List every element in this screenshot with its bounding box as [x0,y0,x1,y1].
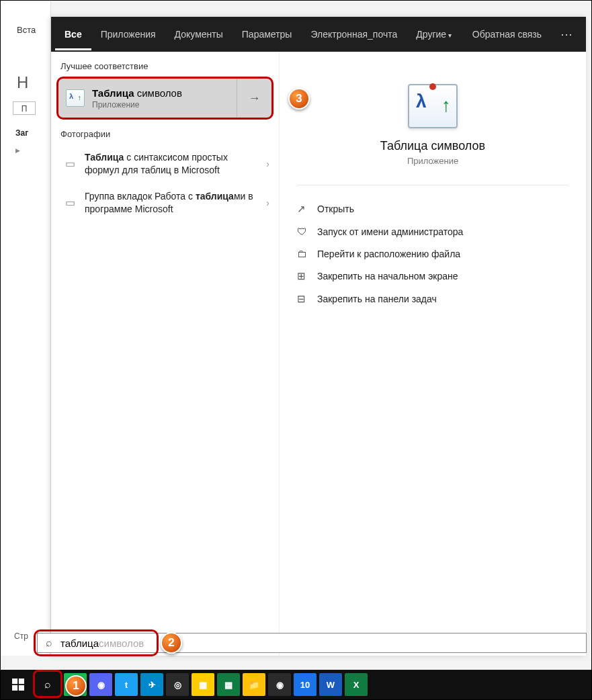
tab-email[interactable]: Электронная_почта [301,18,407,50]
bg-triangle: ▶ [15,147,20,154]
tab-more-dropdown[interactable]: Другие [407,18,461,50]
result-text: Таблица с синтаксисом простых формул для… [85,151,261,177]
tab-all[interactable]: Все [55,18,91,50]
bg-label: Вста [17,25,36,35]
pin-start-icon: ⊞ [297,270,317,282]
result-item[interactable]: ▭ Группа вкладок Работа с таблицами в пр… [51,183,279,222]
action-pin-taskbar[interactable]: ⊟Закрепить на панели задач [297,288,568,310]
tab-documents[interactable]: Документы [165,18,232,50]
tabs-overflow-button[interactable]: ⋯ [551,27,582,42]
taskbar-search-button[interactable]: ⌕ [33,670,62,699]
start-button[interactable] [3,670,33,699]
open-icon: ↗ [297,203,317,215]
windows-search-panel: Все Приложения Документы Параметры Элект… [51,17,586,656]
svg-rect-1 [19,679,24,684]
search-filter-tabs: Все Приложения Документы Параметры Элект… [51,17,586,52]
charmap-icon [66,89,85,107]
taskbar-app[interactable]: 10 [294,673,316,696]
admin-icon: 🛡 [297,226,317,237]
taskbar: ⌕ ●◉t✈◎▦▦📁◉10WX [1,670,591,699]
preview-actions: ↗Открыть 🛡Запуск от имени администратора… [280,185,586,322]
taskbar-app[interactable]: ◎ [166,673,189,696]
bg-heading: Н [17,73,28,92]
expand-arrow-icon[interactable]: → [237,79,271,118]
search-icon: ⌕ [38,637,60,649]
bg-label: Заг [15,128,28,138]
best-match-result[interactable]: Таблица символов Приложение → [56,77,273,120]
photos-header: Фотографии [51,120,279,144]
search-typed-text: таблица [60,638,99,649]
action-pin-start[interactable]: ⊞Закрепить на начальном экране [297,265,568,288]
folder-icon: 🗀 [297,248,317,259]
best-match-title: Таблица символов [92,87,237,99]
feedback-link[interactable]: Обратная связь [463,29,551,40]
taskbar-app[interactable]: ▦ [217,673,240,696]
svg-rect-2 [12,685,17,691]
background-word-app: Вста Н П Заг ▶ Стр [1,1,51,656]
preview-title: Таблица символов [380,139,485,153]
tab-settings[interactable]: Параметры [232,18,302,50]
tabs-icon: ▭ [55,196,85,209]
svg-rect-0 [12,679,17,684]
taskbar-app[interactable]: 📁 [243,673,265,696]
result-text: Группа вкладок Работа с таблицами в прог… [85,190,261,216]
preview-subtitle: Приложение [407,156,458,166]
chevron-right-icon: › [261,198,269,208]
chevron-right-icon: › [261,159,269,169]
taskbar-app[interactable]: ◉ [89,673,112,696]
taskbar-app[interactable]: ✈ [140,673,163,696]
bg-status: Стр [14,631,28,641]
tab-apps[interactable]: Приложения [91,18,165,50]
action-open-file-location[interactable]: 🗀Перейти к расположению файла [297,243,568,265]
results-list: Лучшее соответствие Таблица символов При… [51,52,280,656]
annotation-badge-3: 3 [288,88,310,110]
annotation-badge-1: 1 [65,675,87,697]
taskbar-app[interactable]: W [319,673,342,696]
charmap-app-icon [408,84,458,128]
result-preview-pane: Таблица символов Приложение ↗Открыть 🛡За… [280,52,586,656]
taskbar-app[interactable]: ◉ [268,673,291,696]
windows-logo-icon [12,679,24,691]
action-open[interactable]: ↗Открыть [297,198,568,220]
result-item[interactable]: ▭ Таблица с синтаксисом простых формул д… [51,144,279,183]
best-match-subtitle: Приложение [92,100,237,110]
search-input-bar[interactable]: ⌕ таблица символов [37,633,587,653]
taskbar-app[interactable]: t [115,673,138,696]
svg-rect-3 [19,685,24,691]
action-run-as-admin[interactable]: 🛡Запуск от имени администратора [297,220,568,243]
bg-button: П [13,101,36,115]
document-icon: ▭ [55,157,85,170]
pin-taskbar-icon: ⊟ [297,293,317,305]
search-suggestion-text: символов [99,638,144,649]
taskbar-app[interactable]: ▦ [192,673,214,696]
annotation-badge-2: 2 [161,632,182,654]
taskbar-app[interactable]: X [345,673,368,696]
best-match-header: Лучшее соответствие [51,52,279,77]
